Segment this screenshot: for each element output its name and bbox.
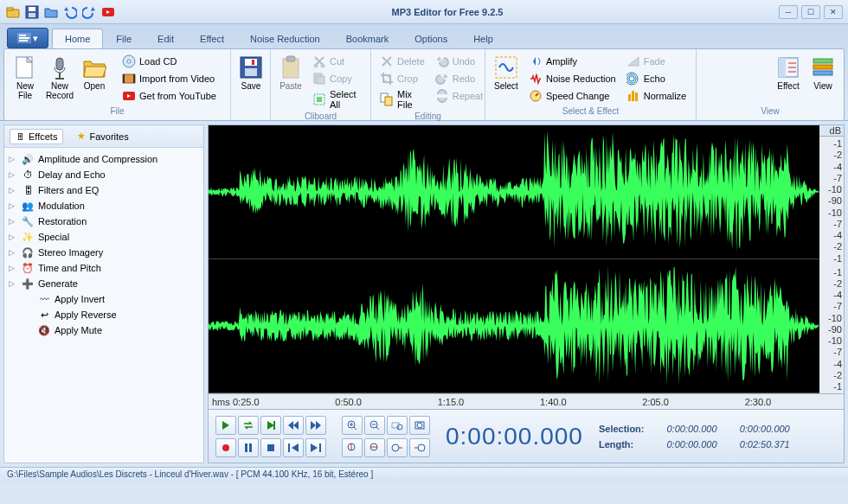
tree-item[interactable]: ↩Apply Reverse [6, 307, 202, 322]
sidetab-favorites[interactable]: ★Favorites [72, 129, 133, 144]
qat-save-icon[interactable] [24, 4, 40, 20]
svg-point-47 [222, 444, 229, 451]
svg-rect-10 [55, 78, 64, 80]
cut-button[interactable]: Cut [309, 53, 365, 70]
waveform-display[interactable] [209, 125, 819, 393]
minimize-button[interactable]: ─ [779, 5, 798, 19]
normalize-button[interactable]: Normalize [623, 87, 691, 105]
new-file-button[interactable]: New File [10, 53, 41, 102]
tree-item[interactable]: ▷🔧Restoration [6, 214, 202, 229]
paste-button[interactable]: Paste [276, 53, 305, 93]
tab-options[interactable]: Options [402, 29, 460, 48]
stop-button[interactable] [260, 438, 281, 457]
tree-item[interactable]: ▷✨Special [6, 229, 202, 245]
qat-open-icon[interactable] [5, 4, 21, 20]
maximize-button[interactable]: ☐ [801, 5, 820, 19]
zoom-right-button[interactable] [409, 438, 430, 457]
tree-item[interactable]: ▷➕Generate [6, 276, 202, 291]
tab-home[interactable]: Home [52, 29, 103, 48]
close-button[interactable]: ✕ [824, 5, 843, 19]
tree-item[interactable]: ▷⏰Time and Pitch [6, 260, 202, 276]
copy-button[interactable]: Copy [309, 70, 365, 87]
svg-point-12 [127, 60, 131, 63]
tab-help[interactable]: Help [460, 29, 506, 48]
length-start: 0:00:00.000 [667, 439, 717, 450]
svg-rect-50 [267, 444, 274, 451]
goto-start-button[interactable] [283, 438, 304, 457]
loop-button[interactable] [238, 416, 259, 435]
sidetab-effects[interactable]: 🎚Effcets [10, 129, 63, 144]
timeline[interactable]: hms 0:25.0 0:50.0 1:15.0 1:40.0 2:05.0 2… [208, 394, 845, 410]
tab-bookmark[interactable]: Bookmark [333, 29, 402, 48]
tab-noise-reduction[interactable]: Noise Reduction [237, 29, 333, 48]
tab-effect[interactable]: Effect [187, 29, 237, 48]
zoom-out-button[interactable] [364, 416, 385, 435]
echo-button[interactable]: Echo [623, 70, 691, 87]
zoom-v-in-button[interactable] [342, 438, 363, 457]
tree-item[interactable]: ▷🔊Amplitude and Compression [6, 151, 202, 167]
zoom-in-button[interactable] [342, 416, 363, 435]
zoom-v-out-button[interactable] [364, 438, 385, 457]
timecode-display: 0:00:00.000 [446, 423, 583, 450]
speed-change-button[interactable]: Speed Change [525, 87, 620, 105]
redo-button[interactable]: Redo [432, 70, 486, 87]
mix-file-button[interactable]: Mix File [376, 87, 428, 112]
fade-button[interactable]: Fade [623, 53, 691, 70]
tree-item[interactable]: ▷🎛Filters and EQ [6, 182, 202, 198]
load-cd-button[interactable]: Load CD [119, 53, 220, 70]
group-view-label: View [702, 106, 838, 118]
tree-item[interactable]: ▷👥Modulation [6, 198, 202, 214]
record-button[interactable] [215, 438, 236, 457]
undo-button[interactable]: Undo [432, 53, 486, 70]
qat-redo-icon[interactable] [81, 4, 97, 20]
rewind-button[interactable] [283, 416, 304, 435]
import-video-button[interactable]: Import from Video [119, 70, 220, 87]
tree-item[interactable]: ▷🎧Stereo Imagery [6, 245, 202, 260]
status-bar: G:\Files\Sample Audios\Les Discrets - Li… [0, 467, 848, 482]
svg-rect-38 [635, 93, 638, 101]
save-button[interactable]: Save [236, 53, 266, 93]
tab-file[interactable]: File [103, 29, 145, 48]
zoom-fit-button[interactable] [409, 416, 430, 435]
play-button[interactable] [215, 416, 236, 435]
new-record-button[interactable]: New Record [44, 53, 75, 102]
play-sel-button[interactable] [260, 416, 281, 435]
repeat-button[interactable]: Repeat [432, 87, 486, 105]
tree-item[interactable]: 〰Apply Invert [6, 291, 202, 307]
svg-rect-51 [288, 443, 290, 452]
delete-button[interactable]: Delete [376, 53, 428, 70]
noise-reduction-button[interactable]: Noise Reduction [525, 70, 620, 87]
goto-end-button[interactable] [305, 438, 326, 457]
svg-rect-46 [273, 421, 275, 430]
group-file-label: File [10, 106, 225, 118]
tab-edit[interactable]: Edit [145, 29, 187, 48]
qat-undo-icon[interactable] [62, 4, 78, 20]
svg-rect-22 [286, 56, 295, 61]
forward-button[interactable] [305, 416, 326, 435]
svg-rect-26 [317, 76, 324, 84]
pause-button[interactable] [238, 438, 259, 457]
qat-youtube-icon[interactable] [100, 4, 116, 20]
svg-rect-13 [123, 74, 135, 83]
star-icon: ★ [77, 131, 86, 142]
svg-rect-9 [59, 73, 61, 78]
zoom-left-button[interactable] [387, 438, 408, 457]
amplify-button[interactable]: Amplify [525, 53, 620, 70]
side-panel: 🎚Effcets ★Favorites ▷🔊Amplitude and Comp… [3, 124, 204, 463]
view-button[interactable]: View [807, 53, 838, 93]
get-youtube-button[interactable]: Get from YouTube [119, 87, 220, 105]
zoom-sel-button[interactable] [387, 416, 408, 435]
effect-tree[interactable]: ▷🔊Amplitude and Compression▷⏱Delay and E… [4, 148, 203, 463]
open-button[interactable]: Open [79, 53, 110, 93]
svg-rect-42 [813, 65, 832, 69]
tree-item[interactable]: ▷⏱Delay and Echo [6, 167, 202, 182]
select-button[interactable]: Select [491, 53, 522, 93]
crop-button[interactable]: Crop [376, 70, 428, 87]
select-all-button[interactable]: Select All [309, 87, 365, 112]
group-clipboard-label: Cliboard [276, 112, 365, 121]
svg-rect-1 [7, 8, 13, 10]
qat-folder-icon[interactable] [43, 4, 59, 20]
app-button[interactable]: ▾ [7, 28, 48, 48]
tree-item[interactable]: 🔇Apply Mute [6, 322, 202, 338]
effect-panel-button[interactable]: Effect [773, 53, 804, 93]
